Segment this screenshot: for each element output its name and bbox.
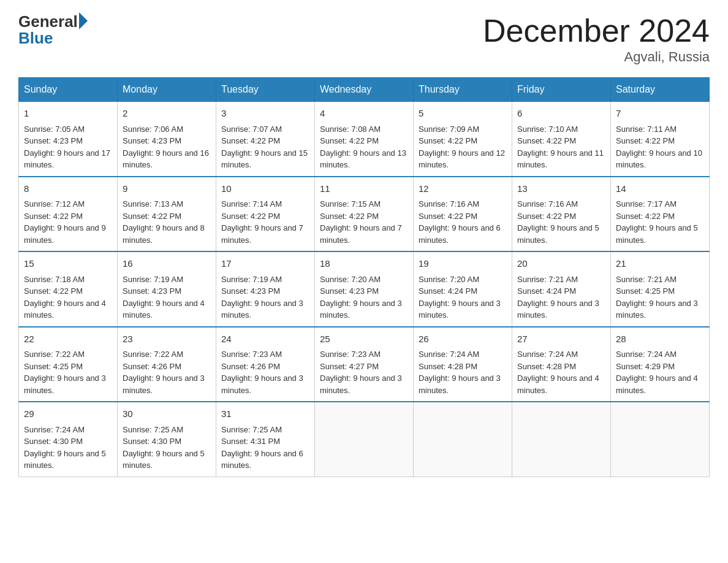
table-row: 2 Sunrise: 7:06 AM Sunset: 4:23 PM Dayli…: [118, 102, 216, 177]
table-row: 4 Sunrise: 7:08 AM Sunset: 4:22 PM Dayli…: [315, 102, 414, 177]
table-row: 12 Sunrise: 7:16 AM Sunset: 4:22 PM Dayl…: [414, 177, 512, 252]
col-sunday: Sunday: [19, 78, 118, 102]
table-row: [315, 402, 414, 477]
table-row: 14 Sunrise: 7:17 AM Sunset: 4:22 PM Dayl…: [611, 177, 710, 252]
table-row: [414, 402, 512, 477]
page-header: General Blue December 2024 Agvali, Russi…: [18, 12, 710, 65]
col-wednesday: Wednesday: [315, 78, 414, 102]
table-row: 13 Sunrise: 7:16 AM Sunset: 4:22 PM Dayl…: [512, 177, 611, 252]
table-row: 25 Sunrise: 7:23 AM Sunset: 4:27 PM Dayl…: [315, 327, 414, 402]
table-row: 23 Sunrise: 7:22 AM Sunset: 4:26 PM Dayl…: [118, 327, 216, 402]
table-row: 24 Sunrise: 7:23 AM Sunset: 4:26 PM Dayl…: [216, 327, 315, 402]
table-row: 18 Sunrise: 7:20 AM Sunset: 4:23 PM Dayl…: [315, 251, 414, 327]
table-row: 16 Sunrise: 7:19 AM Sunset: 4:23 PM Dayl…: [118, 251, 216, 327]
table-row: 9 Sunrise: 7:13 AM Sunset: 4:22 PM Dayli…: [118, 177, 216, 252]
table-row: 17 Sunrise: 7:19 AM Sunset: 4:23 PM Dayl…: [216, 251, 315, 327]
col-friday: Friday: [512, 78, 611, 102]
table-row: 1 Sunrise: 7:05 AM Sunset: 4:23 PM Dayli…: [19, 102, 118, 177]
logo: General Blue: [18, 12, 88, 48]
col-saturday: Saturday: [611, 78, 710, 102]
table-row: 28 Sunrise: 7:24 AM Sunset: 4:29 PM Dayl…: [611, 327, 710, 402]
table-row: 7 Sunrise: 7:11 AM Sunset: 4:22 PM Dayli…: [611, 102, 710, 177]
calendar-table: Sunday Monday Tuesday Wednesday Thursday…: [18, 77, 710, 477]
col-thursday: Thursday: [414, 78, 512, 102]
table-row: 27 Sunrise: 7:24 AM Sunset: 4:28 PM Dayl…: [512, 327, 611, 402]
location: Agvali, Russia: [483, 49, 710, 65]
table-row: 5 Sunrise: 7:09 AM Sunset: 4:22 PM Dayli…: [414, 102, 512, 177]
logo-blue-text: Blue: [18, 29, 53, 48]
table-row: 29 Sunrise: 7:24 AM Sunset: 4:30 PM Dayl…: [19, 402, 118, 477]
table-row: 15 Sunrise: 7:18 AM Sunset: 4:22 PM Dayl…: [19, 251, 118, 327]
table-row: 8 Sunrise: 7:12 AM Sunset: 4:22 PM Dayli…: [19, 177, 118, 252]
table-row: 20 Sunrise: 7:21 AM Sunset: 4:24 PM Dayl…: [512, 251, 611, 327]
table-row: 31 Sunrise: 7:25 AM Sunset: 4:31 PM Dayl…: [216, 402, 315, 477]
col-tuesday: Tuesday: [216, 78, 315, 102]
logo-arrow-icon: [79, 12, 88, 29]
calendar-header-row: Sunday Monday Tuesday Wednesday Thursday…: [19, 78, 710, 102]
table-row: 22 Sunrise: 7:22 AM Sunset: 4:25 PM Dayl…: [19, 327, 118, 402]
table-row: 3 Sunrise: 7:07 AM Sunset: 4:22 PM Dayli…: [216, 102, 315, 177]
table-row: 30 Sunrise: 7:25 AM Sunset: 4:30 PM Dayl…: [118, 402, 216, 477]
table-row: 11 Sunrise: 7:15 AM Sunset: 4:22 PM Dayl…: [315, 177, 414, 252]
table-row: 19 Sunrise: 7:20 AM Sunset: 4:24 PM Dayl…: [414, 251, 512, 327]
table-row: [611, 402, 710, 477]
col-monday: Monday: [118, 78, 216, 102]
month-title: December 2024: [483, 12, 710, 49]
table-row: 10 Sunrise: 7:14 AM Sunset: 4:22 PM Dayl…: [216, 177, 315, 252]
table-row: 6 Sunrise: 7:10 AM Sunset: 4:22 PM Dayli…: [512, 102, 611, 177]
table-row: 26 Sunrise: 7:24 AM Sunset: 4:28 PM Dayl…: [414, 327, 512, 402]
table-row: [512, 402, 611, 477]
table-row: 21 Sunrise: 7:21 AM Sunset: 4:25 PM Dayl…: [611, 251, 710, 327]
title-area: December 2024 Agvali, Russia: [483, 12, 710, 65]
